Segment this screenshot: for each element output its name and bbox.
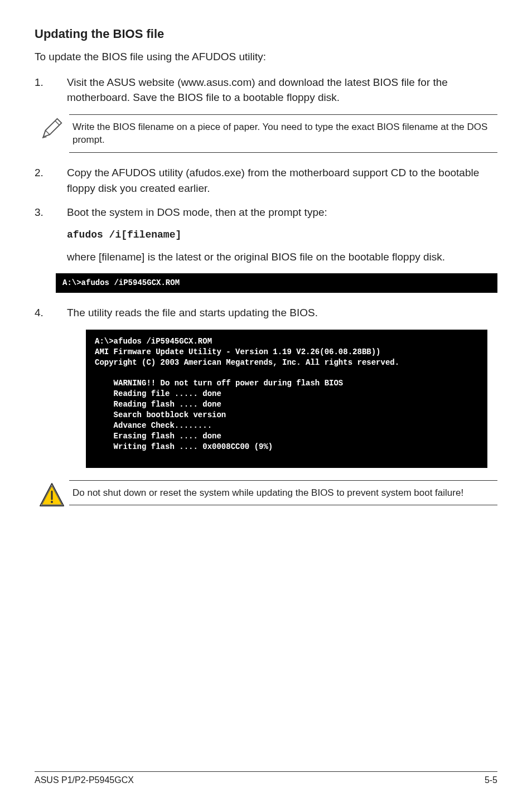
step-number: 2. [35, 165, 67, 196]
step-number: 4. [35, 305, 67, 321]
step-text: Visit the ASUS website (www.asus.com) an… [67, 75, 497, 105]
svg-point-1 [51, 501, 53, 503]
terminal-output-2: A:\>afudos /iP5945GCX.ROM AMI Firmware U… [86, 330, 487, 468]
step-3: 3. Boot the system in DOS mode, then at … [35, 205, 497, 220]
note-pencil: Write the BIOS filename on a piece of pa… [35, 114, 497, 153]
step-number: 3. [35, 205, 67, 220]
code-command: afudos /i[filename] [67, 229, 497, 240]
section-heading: Updating the BIOS file [35, 27, 497, 41]
step-text: The utility reads the file and starts up… [67, 305, 497, 321]
warning-box: Do not shut down or reset the system whi… [35, 480, 497, 509]
page-footer: ASUS P1/P2-P5945GCX 5-5 [35, 771, 497, 785]
step-2: 2. Copy the AFUDOS utility (afudos.exe) … [35, 165, 497, 196]
pencil-icon [35, 114, 69, 141]
step-text: Boot the system in DOS mode, then at the… [67, 205, 497, 220]
note-text: Write the BIOS filename on a piece of pa… [69, 114, 497, 153]
step-4: 4. The utility reads the file and starts… [35, 305, 497, 321]
terminal-output-1: A:\>afudos /iP5945GCX.ROM [56, 273, 497, 293]
step-number: 1. [35, 75, 67, 105]
warning-icon [35, 480, 69, 509]
step-text: Copy the AFUDOS utility (afudos.exe) fro… [67, 165, 497, 196]
footer-right: 5-5 [485, 775, 497, 785]
step-number-empty [35, 249, 67, 265]
step-3-continued: where [filename] is the latest or the or… [35, 249, 497, 265]
footer-left: ASUS P1/P2-P5945GCX [35, 775, 134, 785]
intro-text: To update the BIOS file using the AFUDOS… [35, 49, 497, 65]
warning-text: Do not shut down or reset the system whi… [69, 480, 497, 506]
step-text: where [filename] is the latest or the or… [67, 249, 497, 265]
step-1: 1. Visit the ASUS website (www.asus.com)… [35, 75, 497, 105]
